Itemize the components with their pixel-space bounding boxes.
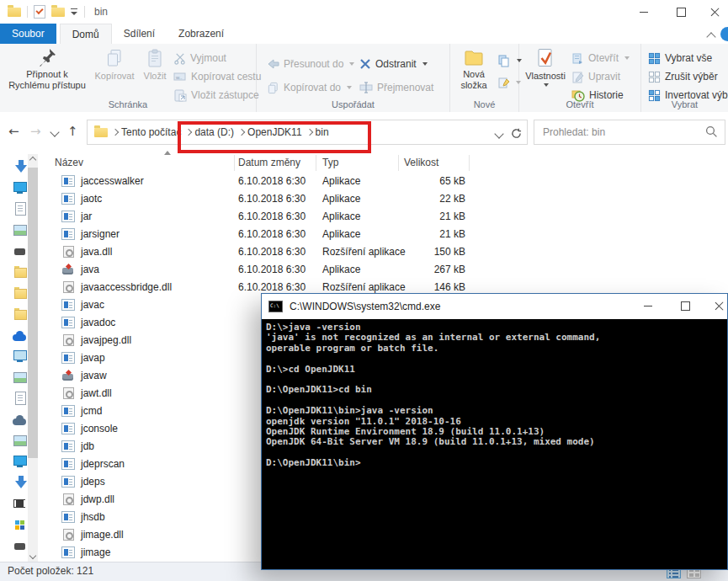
chevron-down-icon xyxy=(422,62,428,66)
edit-button[interactable]: Upravit xyxy=(571,68,620,85)
navpane-item-icon xyxy=(0,411,28,432)
navpane-item[interactable] xyxy=(0,179,28,200)
column-divider[interactable] xyxy=(398,155,399,171)
up-button[interactable]: ↑ xyxy=(67,122,78,141)
chevron-down-icon xyxy=(347,86,352,89)
cmd-icon xyxy=(268,301,283,312)
tab-file[interactable]: Soubor xyxy=(0,24,56,44)
column-header-name[interactable]: Název xyxy=(55,157,83,168)
file-row[interactable]: jarsigner 6.10.2018 6:30 Aplikace 21 kB xyxy=(38,226,728,243)
column-divider[interactable] xyxy=(469,155,470,171)
maximize-button[interactable] xyxy=(662,0,700,24)
file-row[interactable]: jaccesswalker 6.10.2018 6:30 Aplikace 65… xyxy=(38,173,728,190)
file-name: javajpeg.dll xyxy=(81,334,131,346)
column-headers: Název Datum změny Typ Velikost xyxy=(38,154,728,173)
navpane-item-icon xyxy=(0,327,28,348)
scroll-down-icon[interactable] xyxy=(29,552,36,559)
navpane-item[interactable] xyxy=(0,411,28,432)
navpane-item[interactable] xyxy=(0,327,28,348)
properties-check-icon[interactable] xyxy=(34,5,45,19)
cmd-maximize-button[interactable] xyxy=(667,294,704,317)
cmd-window[interactable]: C:\WINDOWS\system32\cmd.exe D:\>java -ve… xyxy=(261,293,728,570)
refresh-icon[interactable] xyxy=(511,128,522,139)
file-row[interactable]: jaotc 6.10.2018 6:30 Aplikace 22 kB xyxy=(38,190,728,208)
copy-to-button[interactable]: Kopírovat do xyxy=(267,79,352,96)
paste-label: Vložit xyxy=(144,71,167,82)
file-name: javap xyxy=(81,352,105,364)
select-none-button[interactable]: Zrušit výběr xyxy=(648,68,718,85)
navpane-item[interactable] xyxy=(0,453,28,474)
select-all-button[interactable]: Vybrat vše xyxy=(648,50,712,67)
ribbon-group-select: Vybrat vše Zrušit výběr Invertovat výběr… xyxy=(641,44,728,112)
terminal-line: OpenJDK 64-Bit Server VM 18.9 (build 11.… xyxy=(266,437,727,447)
navpane-item[interactable] xyxy=(0,264,28,285)
customize-toolbar-dropdown-icon[interactable] xyxy=(71,8,78,16)
navpane-item[interactable] xyxy=(0,285,28,306)
tab-share[interactable]: Sdílení xyxy=(112,24,167,44)
navpane-item[interactable] xyxy=(0,348,28,369)
column-header-date[interactable]: Datum změny xyxy=(238,157,300,168)
terminal-output[interactable]: D:\>java -version'java' is not recognize… xyxy=(262,319,727,569)
new-folder-qat-icon[interactable] xyxy=(51,8,65,17)
column-divider[interactable] xyxy=(316,155,316,171)
paste-button[interactable]: Vložit xyxy=(138,48,172,82)
column-header-type[interactable]: Typ xyxy=(322,157,338,168)
navpane-scrollbar[interactable] xyxy=(28,154,38,562)
back-button[interactable]: ← xyxy=(8,122,19,141)
navpane-item-icon xyxy=(0,158,28,179)
delete-button[interactable]: Odstranit xyxy=(359,56,428,72)
breadcrumb-item-computer[interactable]: Tento počítač xyxy=(121,126,181,138)
cmd-close-button[interactable] xyxy=(704,294,728,317)
copy-path-button[interactable]: w.. Kopírovat cestu xyxy=(173,68,261,85)
navpane-item-icon xyxy=(0,306,28,327)
group-label-new: Nové xyxy=(450,99,518,109)
navigation-pane xyxy=(0,154,38,562)
file-row[interactable]: jar 6.10.2018 6:30 Aplikace 21 kB xyxy=(38,208,728,226)
navpane-item[interactable] xyxy=(0,537,28,558)
column-divider[interactable] xyxy=(234,155,235,171)
new-item-button[interactable] xyxy=(497,52,522,69)
navpane-item[interactable] xyxy=(0,369,28,390)
file-name: jdeps xyxy=(81,476,105,488)
minimize-button[interactable] xyxy=(624,0,662,24)
recent-locations-dropdown-icon[interactable] xyxy=(50,127,59,136)
search-input[interactable] xyxy=(541,121,700,143)
file-date-modified: 6.10.2018 6:30 xyxy=(238,193,306,205)
file-date-modified: 6.10.2018 6:30 xyxy=(238,211,306,222)
navpane-item[interactable] xyxy=(0,200,28,221)
pin-to-quick-access-button[interactable]: Připnout k Rychlému přístupu xyxy=(5,48,89,91)
easy-access-button[interactable] xyxy=(497,74,521,91)
navpane-item[interactable] xyxy=(0,495,28,516)
navpane-item[interactable] xyxy=(0,390,28,411)
scroll-up-icon[interactable] xyxy=(29,157,36,163)
column-header-size[interactable]: Velikost xyxy=(404,157,438,168)
file-row[interactable]: java 6.10.2018 6:30 Aplikace 267 kB xyxy=(38,261,728,279)
file-type-icon xyxy=(63,334,74,346)
close-button[interactable] xyxy=(700,0,728,24)
copy-button[interactable]: Kopírovat xyxy=(91,48,138,82)
navpane-item[interactable] xyxy=(0,306,28,327)
navpane-item[interactable] xyxy=(0,158,28,179)
properties-button[interactable]: Vlastnosti xyxy=(523,48,568,87)
scrollbar-thumb[interactable] xyxy=(28,168,38,458)
open-button[interactable]: Otevřít xyxy=(571,50,630,67)
navpane-item[interactable] xyxy=(0,432,28,453)
address-dropdown-icon[interactable] xyxy=(494,129,503,138)
navpane-item[interactable] xyxy=(0,243,28,264)
cut-button[interactable]: Vyjmout xyxy=(173,50,226,67)
rename-button[interactable]: Přejmenovat xyxy=(359,79,433,96)
new-folder-button[interactable]: Nová složka xyxy=(452,48,496,91)
cmd-title-bar[interactable]: C:\WINDOWS\system32\cmd.exe xyxy=(262,294,727,319)
file-row[interactable]: java.dll 6.10.2018 6:30 Rozšíření aplika… xyxy=(38,243,728,261)
tab-view[interactable]: Zobrazení xyxy=(167,24,236,44)
navpane-item[interactable] xyxy=(0,221,28,243)
search-icon[interactable] xyxy=(705,125,718,138)
navpane-item[interactable] xyxy=(0,516,28,537)
file-date-modified: 6.10.2018 6:30 xyxy=(238,246,306,258)
folder-icon[interactable] xyxy=(8,8,21,17)
navpane-item[interactable] xyxy=(0,474,28,495)
move-to-button[interactable]: Přesunout do xyxy=(267,56,354,72)
forward-button[interactable]: → xyxy=(30,122,41,141)
tab-home[interactable]: Domů xyxy=(60,24,112,45)
cmd-minimize-button[interactable] xyxy=(629,294,667,317)
